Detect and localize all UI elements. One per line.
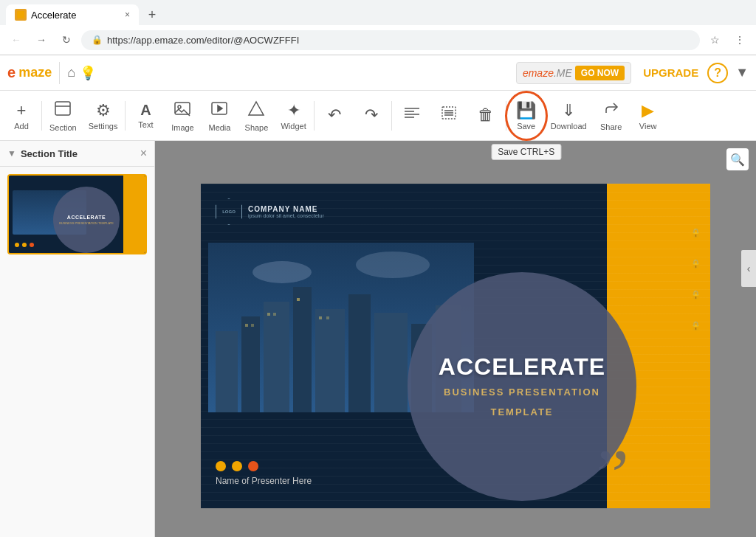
svg-rect-30 [267,313,270,316]
redo-button[interactable]: ↷ [353,94,390,138]
emaze-logo: e maze [7,64,52,81]
lock-icons-group: 🔒 🔒 🔒 🔒 [690,228,701,331]
sidebar-title: ▼ Section Title [7,148,78,159]
idea-button[interactable]: 💡 [80,65,96,81]
svg-point-4 [178,105,181,108]
browser-title-bar: Accelerate × + [0,0,756,25]
active-tab[interactable]: Accelerate × [6,4,139,25]
add-icon: + [17,101,27,120]
upgrade-button[interactable]: UPGRADE [643,66,698,79]
lock-icon-4: 🔒 [690,321,701,331]
share-button[interactable]: Share [593,94,630,138]
shape-icon [247,100,265,122]
lock-icon-3: 🔒 [690,290,701,300]
forward-button[interactable]: → [31,30,52,50]
section-label: Section [49,123,77,132]
toolbar-separator-2 [125,101,126,131]
slide-subtitle-line1: BUSINESS PRESENTATION [444,386,600,399]
settings-button[interactable]: ⚙ Settings [83,94,124,138]
sidebar: ▼ Section Title × ACCELERATE BUSINESS PR… [0,141,155,537]
company-name-text: COMPANY NAME [248,205,324,213]
emaze-me-text: emaze.ME [523,67,572,79]
url-text: https://app.emaze.com/editor/@AOCWZFFFI [107,35,299,46]
sidebar-close-button[interactable]: × [140,147,147,160]
slide-thumbnail[interactable]: ACCELERATE BUSINESS PRESENTATION TEMPLAT… [7,174,147,254]
image-label: Image [171,123,194,132]
svg-point-17 [252,261,312,283]
download-button[interactable]: ⇓ Download [545,94,593,138]
svg-rect-28 [245,324,248,327]
help-button[interactable]: ? [707,63,728,83]
shape-button[interactable]: Shape [238,94,275,138]
view-button[interactable]: ▶ View [630,94,667,138]
settings-label: Settings [89,122,118,131]
settings-icon: ⚙ [96,101,111,120]
widget-icon: ✦ [287,101,300,120]
chrome-menu-button[interactable]: ⋮ [729,30,750,50]
svg-point-18 [356,252,430,278]
sidebar-title-text: Section Title [21,148,78,159]
svg-marker-6 [218,105,222,111]
dot-3 [248,461,258,471]
save-tooltip: Save CTRL+S [491,144,561,160]
logo-divider [59,62,60,84]
logo-icon: e [7,64,16,81]
save-label: Save [517,122,535,131]
bookmark-button[interactable]: ☆ [704,30,725,50]
svg-rect-1 [55,102,70,115]
redo-icon: ↷ [365,105,378,125]
search-button[interactable]: 🔍 [726,148,749,170]
share-label: Share [600,122,622,131]
home-button[interactable]: ⌂ [67,65,75,80]
svg-rect-20 [241,316,260,412]
section-button[interactable]: Section [44,94,83,138]
media-button[interactable]: Media [201,94,238,138]
lock-icon: 🔒 [92,35,103,45]
go-now-button[interactable]: GO NOW [575,66,625,80]
add-button[interactable]: + Add [3,94,40,138]
app-bar: e maze ⌂ 💡 emaze.ME GO NOW UPGRADE ? ▼ [0,55,756,91]
svg-rect-25 [374,313,408,412]
undo-button[interactable]: ↶ [316,94,353,138]
address-bar[interactable]: 🔒 https://app.emaze.com/editor/@AOCWZFFF… [81,30,700,50]
logo-text: maze [18,65,52,80]
lock-icon-1: 🔒 [690,228,701,238]
svg-rect-33 [319,316,322,319]
svg-rect-32 [297,298,300,301]
delete-button[interactable]: 🗑 [467,94,504,138]
download-label: Download [551,122,587,131]
view-label: View [639,122,657,131]
view-icon: ▶ [642,101,654,120]
delete-icon: 🗑 [478,105,494,125]
new-tab-button[interactable]: + [142,4,162,25]
tab-close-button[interactable]: × [125,10,130,20]
search-overlay: 🔍 [726,148,749,170]
main-area: ▼ Section Title × ACCELERATE BUSINESS PR… [0,141,756,537]
toolbar-separator-5 [506,101,506,131]
toolbar: + Add Section ⚙ Settings A Text Image Me… [0,91,756,141]
undo-icon: ↶ [328,105,341,125]
share-icon [603,100,619,121]
slide-title: ACCELERATE [439,354,605,380]
text-label: Text [138,120,153,129]
company-sub-text: ipsum dolor sit amet, consectetur [248,213,324,218]
sidebar-collapse-button[interactable]: ‹ [741,250,756,287]
svg-rect-0 [17,11,24,18]
reload-button[interactable]: ↻ [56,30,77,50]
appbar-more-button[interactable]: ▼ [735,65,749,80]
company-name-block: COMPANY NAME ipsum dolor sit amet, conse… [248,205,324,218]
svg-rect-19 [216,331,238,412]
logo-label: LOGO [222,209,236,214]
align-right-button[interactable] [430,94,467,138]
sidebar-folder-icon: ▼ [7,148,16,159]
image-button[interactable]: Image [164,94,201,138]
add-label: Add [14,122,29,131]
back-button[interactable]: ← [6,30,27,50]
widget-button[interactable]: ✦ Widget [275,94,312,138]
text-button[interactable]: A Text [127,94,164,138]
tab-favicon [15,9,27,21]
save-button[interactable]: 💾 Save Save CTRL+S [508,94,545,138]
toolbar-separator-3 [314,101,315,131]
align-left-button[interactable] [394,94,430,138]
dot-1 [216,461,226,471]
